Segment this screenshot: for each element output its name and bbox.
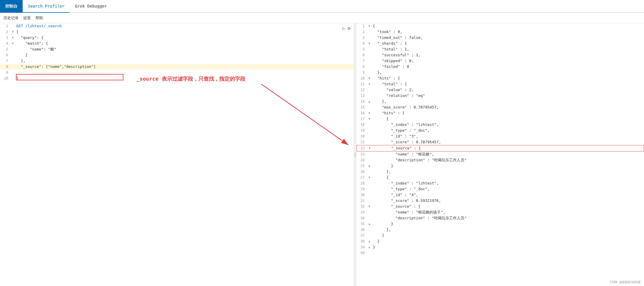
right-line-num-14: 14: [357, 99, 367, 104]
right-line-num-37: 37: [357, 233, 367, 238]
right-line-num-28: 28: [357, 180, 367, 186]
right-fold-35[interactable]: ▲: [367, 221, 372, 227]
right-fold-10[interactable]: ▼: [367, 75, 372, 81]
right-line-num-33: 33: [357, 209, 367, 215]
nav-grok-debugger[interactable]: Grok Debugger: [70, 0, 112, 13]
right-line-num-25: 25: [357, 163, 367, 169]
right-line-39: 39▲}: [357, 244, 644, 250]
right-line-num-15: 15: [357, 104, 367, 110]
right-fold-17[interactable]: ▼: [367, 116, 372, 122]
right-code-content-18: "_index" : "lzhtest",: [372, 122, 644, 128]
right-fold-32[interactable]: ▼: [367, 204, 372, 209]
history-btn[interactable]: 历史记录: [3, 15, 19, 21]
right-panel[interactable]: 1▼{2 "took" : 0,3 "timed_out" : false,4▼…: [357, 23, 644, 286]
right-line-num-11: 11: [357, 81, 367, 87]
right-line-1: 1▼{: [357, 23, 644, 29]
right-code-content-7: "skipped" : 0,: [372, 58, 644, 64]
nav-search-profiler[interactable]: Search Profiler: [23, 0, 70, 13]
right-line-29: 29 "_type" : "_doc",: [357, 186, 644, 192]
right-line-num-27: 27: [357, 175, 367, 180]
editor-actions: ▷ ⚙: [343, 26, 350, 31]
left-fold-2[interactable]: ▼: [10, 29, 15, 35]
right-code-content-26: },: [372, 169, 644, 175]
right-line-num-30: 30: [357, 192, 367, 198]
right-code-content-14: },: [372, 99, 644, 104]
right-line-num-17: 17: [357, 116, 367, 122]
left-line-9: 9: [0, 70, 354, 75]
panel-resize-handle[interactable]: [354, 23, 357, 286]
right-code-content-3: "timed_out" : false,: [372, 35, 644, 41]
left-line-num-6: 6: [0, 52, 10, 58]
right-line-6: 6 "successful" : 1,: [357, 52, 644, 58]
right-fold-38[interactable]: ▲: [367, 238, 372, 244]
right-code-content-19: "_type" : "_doc",: [372, 128, 644, 133]
copy-button[interactable]: ⚙: [348, 26, 350, 31]
run-button[interactable]: ▷: [343, 26, 346, 31]
right-fold-1[interactable]: ▼: [367, 23, 372, 29]
right-line-36: 36 },: [357, 227, 644, 233]
right-code-content-36: },: [372, 227, 644, 233]
right-fold-27[interactable]: ▼: [367, 175, 372, 180]
annotation-label: _source 表示过滤字段，只查找，指定的字段: [136, 75, 245, 82]
right-line-num-40: 40: [357, 250, 367, 256]
right-line-num-36: 36: [357, 227, 367, 233]
right-fold-16[interactable]: ▼: [367, 110, 372, 116]
right-code-content-4: "_shards" : {: [372, 41, 644, 46]
left-fold-4[interactable]: ▼: [10, 41, 15, 46]
right-line-5: 5 "total" : 1,: [357, 46, 644, 52]
right-fold-22[interactable]: ▼: [367, 145, 372, 151]
right-code-content-13: "relation" : "eq": [372, 93, 644, 99]
right-line-num-34: 34: [357, 215, 367, 221]
right-fold-39[interactable]: ▲: [367, 244, 372, 250]
right-fold-25[interactable]: ▲: [367, 163, 372, 169]
right-line-2: 2 "took" : 0,: [357, 29, 644, 35]
left-code-content-8: "_source": ["name","description"]: [15, 64, 354, 70]
right-code-content-5: "total" : 1,: [372, 46, 644, 52]
left-line-1: 1 GET /lzhtest/_search: [0, 23, 354, 29]
right-line-num-31: 31: [357, 198, 367, 204]
left-line-num-4: 4: [0, 41, 10, 46]
right-line-11: 11▼ "total" : {: [357, 81, 644, 87]
settings-btn[interactable]: 设置: [23, 15, 31, 21]
right-line-22: 22▼ "_source" : {: [357, 145, 644, 151]
left-code-container: 1 GET /lzhtest/_search2▼{3▼ "query": {4▼…: [0, 23, 354, 81]
left-line-num-3: 3: [0, 35, 10, 41]
right-fold-11[interactable]: ▼: [367, 81, 372, 87]
right-fold-4[interactable]: ▼: [367, 41, 372, 46]
right-line-38: 38▲ }: [357, 238, 644, 244]
left-line-7: 7 },: [0, 58, 354, 64]
right-line-num-24: 24: [357, 157, 367, 163]
right-line-13: 13 "relation" : "eq": [357, 93, 644, 99]
right-line-33: 33 "name" : "棉花糖的孩子",: [357, 209, 644, 215]
left-editor[interactable]: ▷ ⚙ 1 GET /lzhtest/_search2▼{3▼ "query":…: [0, 23, 354, 286]
right-line-num-18: 18: [357, 122, 367, 128]
nav-console[interactable]: 控制台: [0, 0, 23, 13]
left-line-num-7: 7: [0, 58, 10, 64]
left-line-num-5: 5: [0, 46, 10, 52]
right-code-content-25: }: [372, 163, 644, 169]
help-btn[interactable]: 帮助: [35, 15, 43, 21]
right-code-content-21: "_score" : 0.78795457,: [372, 139, 644, 145]
right-line-num-35: 35: [357, 221, 367, 227]
right-line-num-3: 3: [357, 35, 367, 41]
right-code-content-27: {: [372, 175, 644, 180]
right-line-num-10: 10: [357, 75, 367, 81]
right-code-content-2: "took" : 0,: [372, 29, 644, 35]
left-code-content-3: "query": {: [15, 35, 354, 41]
drag-dot-1: [355, 153, 356, 154]
right-line-21: 21 "_score" : 0.78795457,: [357, 139, 644, 145]
right-line-num-2: 2: [357, 29, 367, 35]
right-line-9: 9 },: [357, 70, 644, 75]
right-line-15: 15 "max_score" : 0.78795457,: [357, 104, 644, 110]
right-line-num-26: 26: [357, 169, 367, 175]
left-fold-3[interactable]: ▼: [10, 35, 15, 41]
right-fold-14[interactable]: ▲: [367, 99, 372, 104]
top-nav: 控制台 Search Profiler Grok Debugger: [0, 0, 644, 13]
right-code-content-23: "name" : "棉花糖",: [372, 151, 644, 157]
right-line-7: 7 "skipped" : 0,: [357, 58, 644, 64]
right-code-content-8: "failed" : 0: [372, 64, 644, 70]
right-code-content-37: ]: [372, 233, 644, 238]
right-line-17: 17▼ {: [357, 116, 644, 122]
right-code-content-34: "description" : "吃喝玩乐工作人员": [372, 215, 644, 221]
right-line-num-21: 21: [357, 139, 367, 145]
